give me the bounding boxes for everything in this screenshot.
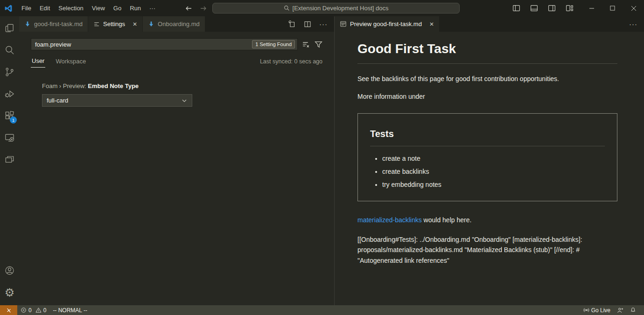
toggle-secondary-sidebar-icon[interactable] — [548, 4, 556, 12]
command-center-label: [Extension Development Host] docs — [293, 5, 389, 12]
broadcast-icon — [583, 307, 589, 313]
settings-found-badge: 1 Setting Found — [252, 40, 295, 48]
menu-file[interactable]: File — [17, 0, 35, 16]
settings-search-input[interactable]: foam.preview 1 Setting Found — [31, 38, 298, 50]
person-icon — [617, 307, 623, 314]
title-bar: File Edit Selection View Go Run ··· [Ext… — [0, 0, 644, 16]
split-editor-icon[interactable] — [304, 21, 311, 28]
settings-list-icon — [93, 21, 100, 27]
clear-filter-icon[interactable] — [302, 41, 310, 48]
source-control-icon[interactable] — [0, 61, 19, 83]
embed-note-type-select[interactable]: full-card — [42, 94, 192, 107]
list-item: try embedding notes — [382, 180, 605, 190]
tab-label: Onboarding.md — [158, 21, 200, 27]
menu-bar: File Edit Selection View Go Run ··· — [17, 0, 160, 16]
error-icon — [21, 307, 27, 313]
tab-settings[interactable]: Settings ✕ — [88, 16, 143, 32]
open-settings-json-icon[interactable] — [288, 21, 296, 28]
navigate-forward-icon[interactable] — [200, 5, 207, 12]
preview-paragraph: See the backlinks of this page for good … — [357, 74, 617, 84]
maximize-button[interactable] — [602, 0, 623, 16]
markdown-file-icon — [148, 21, 154, 27]
setting-embed-note-type: Foam › Preview: Embed Note Type full-car… — [42, 82, 322, 107]
bell-icon — [630, 307, 636, 313]
close-tab-icon[interactable]: ✕ — [133, 21, 137, 27]
settings-scope-tabs: User Workspace Last synced: 0 secs ago — [31, 55, 322, 68]
notifications-status[interactable] — [627, 305, 639, 315]
link-references-paragraph: [[Onboarding#Tests]: ../Onboarding.md "O… — [357, 234, 617, 266]
toggle-primary-sidebar-icon[interactable] — [512, 4, 520, 12]
embedded-note-list: create a note create backlinks try embed… — [370, 154, 605, 190]
vim-mode-status[interactable]: -- NORMAL -- — [49, 305, 91, 315]
tab-onboarding[interactable]: Onboarding.md — [143, 16, 205, 32]
preview-title: Good First Task — [357, 39, 617, 64]
menu-selection[interactable]: Selection — [54, 0, 87, 16]
tab-preview-good-first-task[interactable]: Preview good-first-task.md ✕ — [335, 16, 440, 32]
extensions-badge: 1 — [10, 116, 17, 123]
menu-run[interactable]: Run — [126, 0, 145, 16]
go-live-status[interactable]: Go Live — [580, 305, 614, 315]
embedded-note-card: Tests create a note create backlinks try… — [357, 113, 617, 201]
setting-category-label: Foam › Preview: — [42, 82, 88, 89]
problems-status[interactable]: 0 0 — [17, 305, 49, 315]
menu-go[interactable]: Go — [109, 0, 126, 16]
setting-name-label: Embed Note Type — [88, 82, 139, 89]
vscode-logo-icon — [4, 4, 13, 13]
more-actions-icon[interactable]: ··· — [319, 20, 328, 28]
menu-view[interactable]: View — [88, 0, 109, 16]
preview-paragraph: materialized-backlinks would help here. — [357, 215, 617, 225]
settings-gear-icon[interactable]: ⚙ — [0, 281, 19, 303]
markdown-preview-icon — [340, 21, 347, 27]
go-live-label: Go Live — [591, 307, 610, 314]
scope-tab-workspace[interactable]: Workspace — [55, 56, 87, 68]
chevron-down-icon — [181, 97, 188, 104]
search-icon — [284, 5, 290, 11]
list-item: create a note — [382, 154, 605, 164]
customize-layout-icon[interactable] — [566, 4, 574, 12]
last-synced-label: Last synced: 0 secs ago — [260, 58, 322, 68]
remote-icon — [6, 307, 12, 314]
windows-view-icon[interactable] — [0, 149, 19, 171]
warning-count: 0 — [43, 307, 47, 314]
embedded-note-title: Tests — [370, 127, 605, 146]
navigate-back-icon[interactable] — [185, 5, 192, 12]
filter-icon[interactable] — [315, 41, 322, 48]
activity-bar: 1 ⚙ — [0, 16, 19, 305]
markdown-preview: Good First Task See the backlinks of thi… — [335, 32, 644, 305]
editor-group-preview: Preview good-first-task.md ✕ ··· Good Fi… — [335, 16, 644, 305]
command-center[interactable]: [Extension Development Host] docs — [212, 3, 460, 14]
materialized-backlinks-link[interactable]: materialized-backlinks — [357, 216, 422, 224]
tab-bar-right: Preview good-first-task.md ✕ ··· — [335, 16, 644, 32]
feedback-status[interactable] — [614, 305, 627, 315]
search-view-icon[interactable] — [0, 39, 19, 61]
warning-icon — [35, 307, 42, 313]
account-icon[interactable] — [0, 260, 19, 281]
run-and-debug-icon[interactable] — [0, 83, 19, 105]
status-bar: 0 0 -- NORMAL -- Go Live — [0, 305, 644, 315]
extensions-icon[interactable]: 1 — [0, 105, 19, 127]
scope-tab-user[interactable]: User — [31, 55, 45, 68]
explorer-icon[interactable] — [0, 17, 19, 39]
close-window-button[interactable] — [623, 0, 644, 16]
settings-editor: foam.preview 1 Setting Found User Worksp… — [19, 32, 334, 305]
select-value: full-card — [47, 97, 68, 104]
tab-label: Settings — [103, 21, 125, 27]
markdown-file-icon — [24, 21, 31, 27]
toggle-panel-icon[interactable] — [530, 4, 538, 12]
remote-indicator[interactable] — [0, 305, 17, 315]
list-item: create backlinks — [382, 167, 605, 177]
tab-good-first-task[interactable]: good-first-task.md — [19, 16, 88, 32]
more-actions-icon[interactable]: ··· — [629, 20, 637, 28]
menu-edit[interactable]: Edit — [35, 0, 54, 16]
close-tab-icon[interactable]: ✕ — [429, 21, 434, 27]
settings-search-value: foam.preview — [35, 41, 248, 48]
error-count: 0 — [28, 307, 32, 314]
tab-label: good-first-task.md — [34, 21, 83, 27]
editor-group-settings: good-first-task.md Settings ✕ Onboarding… — [19, 16, 334, 305]
link-suffix-text: would help here. — [422, 216, 472, 224]
tab-label: Preview good-first-task.md — [350, 21, 422, 27]
menu-overflow[interactable]: ··· — [145, 0, 160, 16]
remote-explorer-icon[interactable] — [0, 127, 19, 149]
preview-paragraph: More information under — [357, 92, 617, 102]
minimize-button[interactable] — [581, 0, 602, 16]
